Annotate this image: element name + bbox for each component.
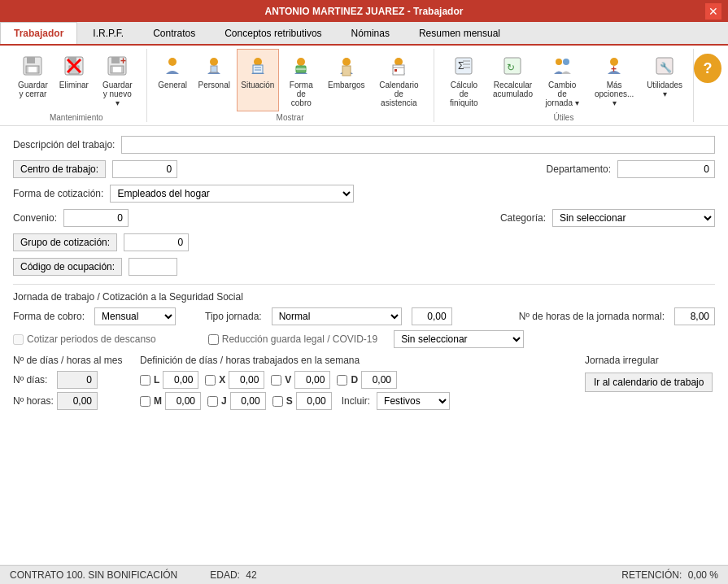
situacion-button[interactable]: Situación bbox=[237, 49, 279, 111]
grupo-cotizacion-input[interactable] bbox=[124, 233, 189, 251]
num-horas-row: Nº horas: bbox=[13, 392, 127, 410]
departamento-label: Departamento: bbox=[547, 163, 611, 175]
forma-cotizacion-select[interactable]: Empleados del hogar Régimen general bbox=[110, 185, 354, 203]
tab-trabajador[interactable]: Trabajador bbox=[0, 22, 77, 44]
num-horas-label: Nº horas: bbox=[13, 395, 54, 407]
guardar-nuevo-button[interactable]: + Guardary nuevo ▾ bbox=[95, 49, 140, 111]
day-m-checkbox[interactable] bbox=[140, 396, 150, 407]
svg-rect-10 bbox=[111, 57, 120, 63]
eliminar-label: Eliminar bbox=[59, 81, 89, 89]
day-m-input[interactable] bbox=[165, 392, 201, 410]
utilidades-button[interactable]: 🔧 Utilidades ▾ bbox=[643, 49, 687, 111]
jornada-checkbox-row: Cotizar periodos de descanso Reducción g… bbox=[13, 330, 715, 348]
forma-cobro-select[interactable]: Mensual Quincenal Semanal bbox=[94, 307, 176, 325]
departamento-input[interactable] bbox=[617, 160, 715, 178]
save-new-icon: + bbox=[104, 53, 130, 79]
forma-cobro-button[interactable]: Formade cobro bbox=[281, 49, 321, 111]
calculo-finiquito-button[interactable]: Σ Cálculo definiquito bbox=[441, 49, 487, 111]
bottom-section: Nº de días / horas al mes Nº días: Nº ho… bbox=[13, 355, 715, 413]
day-j-checkbox-label[interactable] bbox=[207, 396, 218, 407]
reduccion-checkbox-label[interactable]: Reducción guarda legal / COVID-19 bbox=[208, 333, 377, 345]
svg-text:+: + bbox=[120, 55, 126, 67]
svg-text:↻: ↻ bbox=[507, 62, 515, 73]
day-j-input[interactable] bbox=[230, 392, 266, 410]
day-s-checkbox-label[interactable] bbox=[272, 396, 283, 407]
mostrar-group-label: Mostrar bbox=[277, 113, 304, 122]
calendario-label: Calendariode asistencia bbox=[377, 81, 421, 107]
horas-jornada-input[interactable] bbox=[674, 307, 715, 325]
general-button[interactable]: General bbox=[154, 49, 192, 111]
num-dias-row: Nº días: bbox=[13, 371, 127, 389]
descripcion-input[interactable] bbox=[121, 136, 715, 154]
cotizar-descanso-checkbox[interactable] bbox=[13, 334, 24, 345]
eliminar-button[interactable]: Eliminar bbox=[54, 49, 94, 111]
day-s-checkbox[interactable] bbox=[272, 396, 283, 407]
calendario-button[interactable]: Calendariode asistencia bbox=[371, 49, 427, 111]
tab-contratos[interactable]: Contratos bbox=[139, 22, 209, 44]
tab-bar: Trabajador I.R.P.F. Contratos Conceptos … bbox=[0, 22, 728, 46]
tab-resumen[interactable]: Resumen mensual bbox=[405, 22, 514, 44]
recalcular-button[interactable]: ↻ Recalcularacumulado bbox=[489, 49, 537, 111]
mas-opciones-button[interactable]: + Másopciones... ▾ bbox=[587, 49, 641, 111]
day-s-input[interactable] bbox=[296, 392, 332, 410]
semana-section: Definición de días / horas trabajados en… bbox=[140, 355, 572, 413]
cotizar-descanso-text: Cotizar periodos de descanso bbox=[27, 333, 156, 345]
recalcular-label: Recalcularacumulado bbox=[493, 81, 533, 98]
contrato-status: CONTRATO 100. SIN BONIFICACIÓN bbox=[10, 569, 177, 581]
day-v-checkbox[interactable] bbox=[271, 375, 281, 386]
day-j-checkbox[interactable] bbox=[207, 396, 218, 407]
personal-button[interactable]: Personal bbox=[194, 49, 235, 111]
day-d-input[interactable] bbox=[361, 371, 397, 389]
forma-cotizacion-row: Forma de cotización: Empleados del hogar… bbox=[13, 185, 715, 203]
day-l-input[interactable] bbox=[163, 371, 198, 389]
day-v-input[interactable] bbox=[294, 371, 330, 389]
day-l-checkbox-label[interactable] bbox=[140, 375, 150, 386]
centro-trabajo-button[interactable]: Centro de trabajo: bbox=[13, 160, 106, 178]
codigo-ocupacion-button[interactable]: Código de ocupación: bbox=[13, 258, 122, 276]
help-button[interactable]: ? bbox=[694, 54, 721, 83]
retencion-label: RETENCIÓN: bbox=[621, 569, 682, 581]
reduccion-select[interactable]: Sin seleccionar bbox=[394, 330, 524, 348]
retencion-value: 0,00 % bbox=[688, 569, 718, 581]
reduccion-checkbox[interactable] bbox=[208, 334, 219, 345]
svg-rect-18 bbox=[253, 65, 263, 73]
dias-horas-section: Nº de días / horas al mes Nº días: Nº ho… bbox=[13, 355, 127, 413]
situacion-icon bbox=[245, 53, 271, 79]
convenio-input[interactable] bbox=[63, 209, 129, 227]
day-d-checkbox[interactable] bbox=[337, 375, 347, 386]
descripcion-row: Descripción del trabajo: bbox=[13, 136, 715, 154]
cotizar-descanso-checkbox-label[interactable]: Cotizar periodos de descanso bbox=[13, 333, 156, 345]
svg-point-37 bbox=[556, 59, 562, 65]
day-x-input[interactable] bbox=[229, 371, 264, 389]
tab-nominas[interactable]: Nóminas bbox=[338, 22, 403, 44]
tipo-jornada-select[interactable]: Normal Parcial bbox=[272, 307, 402, 325]
day-m-letter: M bbox=[154, 395, 162, 407]
ir-calendario-button[interactable]: Ir al calendario de trabajo bbox=[585, 373, 713, 392]
incluir-select[interactable]: Festivos No festivos bbox=[377, 392, 450, 410]
day-d-checkbox-label[interactable] bbox=[337, 375, 347, 386]
utilidades-icon: 🔧 bbox=[652, 53, 678, 79]
mantenimiento-group-label: Mantenimiento bbox=[50, 113, 103, 122]
tab-conceptos[interactable]: Conceptos retributivos bbox=[211, 22, 335, 44]
centro-trabajo-input[interactable] bbox=[112, 160, 177, 178]
retencion-status: RETENCIÓN: 0,00 % bbox=[621, 569, 718, 581]
jornada-irregular-section: Jornada irregular Ir al calendario de tr… bbox=[585, 355, 715, 413]
day-v-checkbox-label[interactable] bbox=[271, 375, 281, 386]
grupo-cotizacion-button[interactable]: Grupo de cotización: bbox=[13, 233, 117, 251]
horas-tipo-input[interactable] bbox=[412, 307, 452, 325]
cambio-jornada-button[interactable]: Cambio dejornada ▾ bbox=[538, 49, 586, 111]
day-x-checkbox[interactable] bbox=[205, 375, 216, 386]
svg-rect-12 bbox=[113, 67, 121, 72]
close-button[interactable]: ✕ bbox=[705, 3, 721, 20]
svg-text:Σ: Σ bbox=[458, 60, 464, 72]
calendario-icon bbox=[386, 53, 412, 79]
guardar-cerrar-button[interactable]: Guardary cerrar bbox=[13, 49, 53, 111]
embargos-button[interactable]: Embargos bbox=[323, 49, 369, 111]
day-x-checkbox-label[interactable] bbox=[205, 375, 216, 386]
tab-irpf[interactable]: I.R.P.F. bbox=[79, 22, 137, 44]
general-label: General bbox=[158, 81, 187, 89]
day-l-checkbox[interactable] bbox=[140, 375, 150, 386]
categoria-select[interactable]: Sin seleccionar bbox=[552, 209, 715, 227]
day-m-checkbox-label[interactable] bbox=[140, 396, 150, 407]
codigo-ocupacion-input[interactable] bbox=[129, 258, 177, 276]
